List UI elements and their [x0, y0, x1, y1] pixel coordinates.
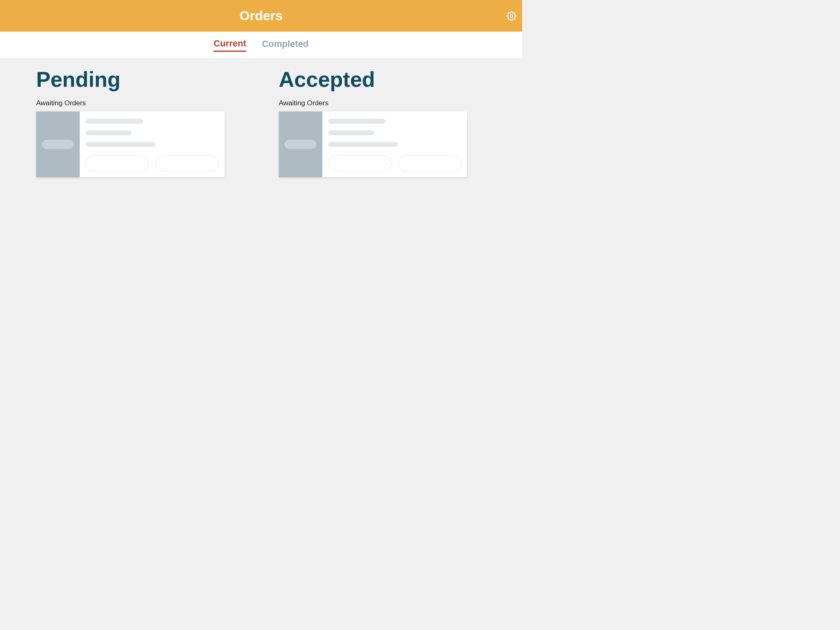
skeleton-image-placeholder — [279, 111, 322, 177]
skeleton-button — [398, 155, 461, 171]
pending-column: Pending Awaiting Orders — [36, 67, 242, 177]
skeleton-button — [155, 155, 219, 171]
gear-icon — [507, 11, 516, 21]
skeleton-line — [328, 130, 374, 135]
skeleton-badge — [42, 140, 74, 149]
tab-completed[interactable]: Completed — [262, 39, 309, 51]
skeleton-body — [322, 111, 467, 177]
skeleton-line — [86, 142, 155, 147]
skeleton-line — [86, 119, 143, 124]
tabs-bar: Current Completed — [0, 32, 522, 58]
skeleton-actions — [86, 155, 219, 171]
skeleton-actions — [328, 155, 461, 171]
skeleton-line — [86, 130, 132, 135]
accepted-title: Accepted — [279, 67, 484, 92]
skeleton-line — [328, 119, 386, 124]
pending-skeleton-card — [36, 111, 224, 177]
svg-point-0 — [510, 15, 513, 17]
accepted-subtitle: Awaiting Orders — [279, 99, 484, 107]
page-title: Orders — [240, 8, 283, 23]
accepted-column: Accepted Awaiting Orders — [279, 67, 484, 177]
tab-current[interactable]: Current — [213, 38, 246, 52]
settings-button[interactable] — [507, 11, 516, 21]
page-header: Orders — [0, 0, 522, 32]
skeleton-body — [80, 111, 224, 177]
skeleton-line — [328, 142, 398, 147]
pending-title: Pending — [36, 67, 242, 92]
content-area: Pending Awaiting Orders Accepted Awaitin… — [0, 58, 522, 186]
skeleton-image-placeholder — [36, 111, 80, 177]
skeleton-badge — [285, 140, 317, 149]
accepted-skeleton-card — [279, 111, 467, 177]
skeleton-button — [328, 155, 391, 171]
pending-subtitle: Awaiting Orders — [36, 99, 242, 107]
skeleton-button — [86, 155, 149, 171]
